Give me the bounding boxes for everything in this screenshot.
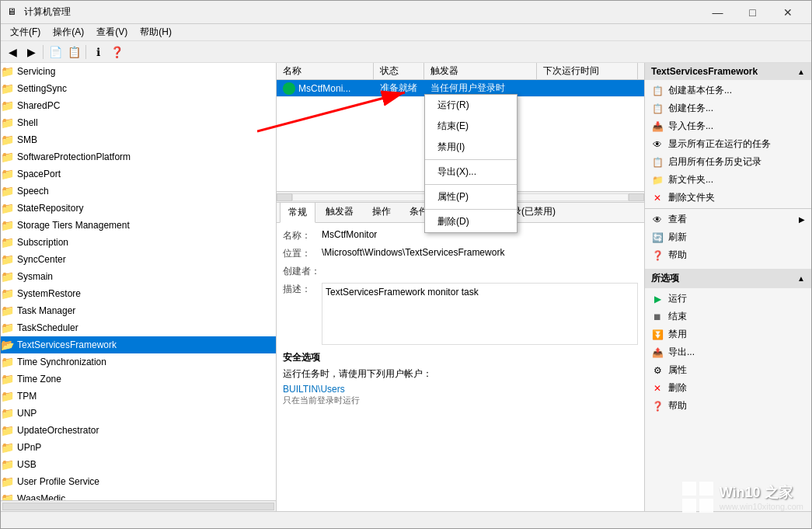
folder-icon: 📁 (1, 356, 14, 368)
sidebar-item-textservices[interactable]: 📂 TextServicesFramework (1, 336, 276, 353)
sidebar-item-taskmanager[interactable]: 📁 Task Manager (1, 302, 276, 319)
menu-help[interactable]: 帮助(H) (134, 24, 178, 40)
action-export[interactable]: 📤 导出... (645, 343, 811, 361)
col-trigger[interactable]: 触发器 (424, 63, 537, 79)
menu-file[interactable]: 文件(F) (4, 24, 47, 40)
right-bottom-title: 所选项 ▲ (645, 269, 811, 288)
refresh-icon: 🔄 (651, 231, 664, 244)
detail-location-row: 位置： \Microsoft\Windows\TextServicesFrame… (283, 247, 638, 260)
action-delete[interactable]: ✕ 删除 (645, 379, 811, 397)
detail-desc-row: 描述： TextServicesFramework monitor task (283, 283, 638, 345)
help-icon-top: ❓ (651, 249, 664, 262)
menu-action[interactable]: 操作(A) (47, 24, 90, 40)
sidebar-item-taskscheduler[interactable]: 📁 TaskScheduler (1, 319, 276, 336)
sidebar-item-softwareprotection[interactable]: 📁 SoftwareProtectionPlatform (1, 148, 276, 165)
right-bottom-actions: ▶ 运行 ⏹ 结束 ⏬ 禁用 📤 导出... ⚙ 属性 (645, 288, 811, 416)
task-location-value: \Microsoft\Windows\TextServicesFramework (322, 247, 504, 260)
status-bar (1, 511, 811, 528)
sidebar-item-timezone[interactable]: 📁 Time Zone (1, 371, 276, 388)
sidebar-item-sharedpc[interactable]: 📁 SharedPC (1, 97, 276, 114)
action-help-top[interactable]: ❓ 帮助 (645, 246, 811, 264)
task-list-header: 名称 状态 触发器 下次运行时间 上次运行时间 (277, 63, 644, 80)
col-last-run[interactable]: 上次运行时间 (638, 63, 644, 79)
sidebar-item-sysmain[interactable]: 📁 Sysmain (1, 268, 276, 285)
show-hide-button[interactable]: 📋 (65, 44, 82, 61)
sidebar-item-unp[interactable]: 📁 UNP (1, 405, 276, 422)
sidebar-item-servicing[interactable]: 📁 Servicing (1, 63, 276, 80)
sidebar-item-synccenter[interactable]: 📁 SyncCenter (1, 251, 276, 268)
action-help-bottom[interactable]: ❓ 帮助 (645, 397, 811, 415)
maximize-button[interactable]: □ (735, 1, 770, 24)
import-task-icon: 📥 (651, 120, 664, 133)
folder-icon: 📁 (1, 151, 14, 163)
action-create-task[interactable]: 📋 创建任务... (645, 99, 811, 117)
action-import-task[interactable]: 📥 导入任务... (645, 117, 811, 135)
col-name[interactable]: 名称 (277, 63, 374, 79)
create-basic-icon: 📋 (651, 85, 664, 97)
tab-triggers[interactable]: 触发器 (317, 203, 362, 222)
col-status[interactable]: 状态 (374, 63, 424, 79)
sidebar-tree: 📁 Servicing 📁 SettingSync 📁 SharedPC 📁 S… (1, 63, 276, 500)
sidebar-item-shell[interactable]: 📁 Shell (1, 114, 276, 131)
tab-actions[interactable]: 操作 (364, 203, 399, 222)
win10-watermark: Win10 之家 www.win10xitong.com (682, 482, 803, 513)
sidebar-item-tpm[interactable]: 📁 TPM (1, 388, 276, 405)
sidebar-item-usb[interactable]: 📁 USB (1, 456, 276, 473)
svg-rect-2 (682, 482, 696, 496)
sidebar-item-userprofile[interactable]: 📁 User Profile Service (1, 473, 276, 490)
action-delete-folder[interactable]: ✕ 删除文件夹 (645, 189, 811, 207)
forward-button[interactable]: ▶ (23, 44, 40, 61)
win10-logo-icon (682, 482, 713, 513)
sidebar-item-settingsync[interactable]: 📁 SettingSync (1, 80, 276, 97)
minimize-button[interactable]: — (700, 1, 735, 24)
ctx-run[interactable]: 运行(R) (425, 95, 517, 116)
action-view[interactable]: 👁 查看 ▶ (645, 211, 811, 228)
help-toolbar-button[interactable]: ❓ (108, 44, 125, 61)
sidebar-item-upnp[interactable]: 📁 UPnP (1, 439, 276, 456)
folder-icon: 📁 (1, 65, 14, 78)
sidebar-item-smb[interactable]: 📁 SMB (1, 131, 276, 148)
ctx-delete[interactable]: 删除(D) (425, 211, 517, 232)
back-button[interactable]: ◀ (4, 44, 21, 61)
sidebar-item-timesync[interactable]: 📁 Time Synchronization (1, 353, 276, 371)
action-end[interactable]: ⏹ 结束 (645, 308, 811, 325)
detail-creator-row: 创建者： (283, 265, 638, 278)
action-properties[interactable]: ⚙ 属性 (645, 361, 811, 379)
folder-icon: 📁 (1, 270, 14, 283)
run-icon: ▶ (651, 293, 664, 305)
menu-view[interactable]: 查看(V) (90, 24, 134, 40)
sidebar-item-updateorchestrator[interactable]: 📁 UpdateOrchestrator (1, 422, 276, 439)
up-button[interactable]: 📄 (47, 44, 64, 61)
ctx-properties[interactable]: 属性(P) (425, 186, 517, 207)
title-buttons: — □ ✕ (700, 1, 805, 24)
ctx-export[interactable]: 导出(X)... (425, 162, 517, 183)
action-disable[interactable]: ⏬ 禁用 (645, 325, 811, 343)
col-next-run[interactable]: 下次运行时间 (537, 63, 638, 79)
action-run[interactable]: ▶ 运行 (645, 290, 811, 308)
ctx-disable[interactable]: 禁用(I) (425, 137, 517, 158)
properties-button[interactable]: ℹ (89, 44, 106, 61)
folder-icon: 📁 (1, 373, 14, 385)
sidebar-item-subscription[interactable]: 📁 Subscription (1, 234, 276, 251)
action-show-running[interactable]: 👁 显示所有正在运行的任务 (645, 135, 811, 153)
sidebar-item-systemrestore[interactable]: 📁 SystemRestore (1, 285, 276, 302)
tab-general[interactable]: 常规 (280, 203, 315, 223)
window-title: 计算机管理 (24, 5, 71, 19)
sidebar-item-storagetiers[interactable]: 📁 Storage Tiers Management (1, 217, 276, 234)
folder-icon: 📁 (1, 441, 14, 454)
folder-icon: 📁 (1, 424, 14, 437)
sidebar-item-spaceport[interactable]: 📁 SpacePort (1, 165, 276, 183)
action-new-folder[interactable]: 📁 新文件夹... (645, 171, 811, 189)
folder-icon: 📁 (1, 185, 14, 197)
ctx-end[interactable]: 结束(E) (425, 116, 517, 137)
security-section: 安全选项 运行任务时，请使用下列用户帐户： BUILTIN\Users 只在当前… (283, 351, 638, 406)
action-create-basic-task[interactable]: 📋 创建基本任务... (645, 82, 811, 99)
action-refresh[interactable]: 🔄 刷新 (645, 228, 811, 246)
sidebar-item-waasmedic[interactable]: 📁 WaasMedic (1, 490, 276, 500)
action-enable-history[interactable]: 📋 启用所有任务历史记录 (645, 153, 811, 171)
sidebar-item-speech[interactable]: 📁 Speech (1, 183, 276, 200)
sidebar-item-staterepository[interactable]: 📁 StateRepository (1, 200, 276, 217)
close-button[interactable]: ✕ (770, 1, 805, 24)
folder-icon: 📁 (1, 168, 14, 180)
sidebar: 📁 Servicing 📁 SettingSync 📁 SharedPC 📁 S… (1, 63, 277, 511)
